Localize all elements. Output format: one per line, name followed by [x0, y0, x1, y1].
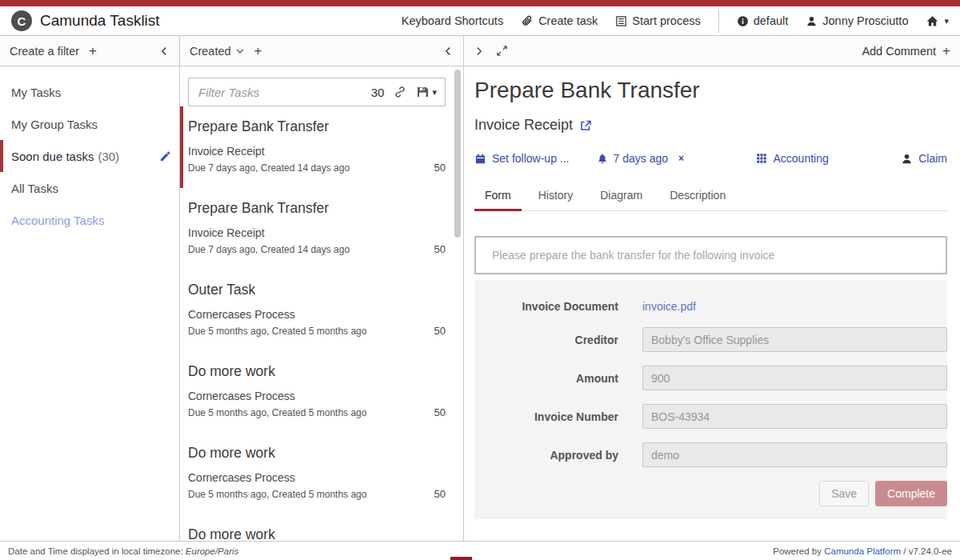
- sidebar-item-all-tasks[interactable]: All Tasks: [0, 172, 179, 204]
- chevron-down-icon: [235, 46, 245, 56]
- info-icon: [737, 15, 749, 27]
- claim-button[interactable]: Claim: [901, 152, 947, 165]
- task-list-scrollbar[interactable]: [454, 68, 461, 539]
- task-detail-title: Prepare Bank Transfer: [474, 78, 947, 103]
- task-list-item[interactable]: Do more work Cornercases Process Due 5 m…: [180, 433, 446, 514]
- creditor-field[interactable]: [642, 327, 947, 352]
- form-row-amount: Amount: [474, 366, 947, 390]
- task-list-column: Created + 30 ▾ Prepare Bank Transfer: [180, 36, 464, 541]
- task-list-item[interactable]: Do more work Cornercases Process Due 5 m…: [180, 351, 446, 433]
- filter-list: My Tasks My Group Tasks Soon due tasks (…: [0, 66, 179, 236]
- create-filter-label: Create a filter: [10, 45, 79, 58]
- sidebar-item-accounting-tasks[interactable]: Accounting Tasks: [0, 204, 179, 236]
- camunda-tasklist-app: C Camunda Tasklist Keyboard Shortcuts Cr…: [0, 0, 960, 560]
- keyboard-shortcuts-link[interactable]: Keyboard Shortcuts: [402, 14, 503, 27]
- filter-label: My Group Tasks: [11, 118, 98, 131]
- invoice-number-field[interactable]: [642, 404, 947, 429]
- add-comment-button[interactable]: Add Comment +: [862, 43, 950, 59]
- group-label: Accounting: [773, 152, 828, 165]
- task-title: Do more work: [188, 363, 446, 380]
- sidebar-item-my-tasks[interactable]: My Tasks: [0, 76, 179, 108]
- timezone-info: Date and Time displayed in local timezon…: [8, 546, 238, 556]
- external-link-icon[interactable]: [579, 119, 592, 132]
- timezone-prefix: Date and Time displayed in local timezon…: [8, 546, 186, 556]
- remove-followup-icon[interactable]: ×: [678, 153, 684, 164]
- paperclip-icon: [521, 14, 534, 27]
- task-list-item[interactable]: Prepare Bank Transfer Invoice Receipt Du…: [180, 106, 446, 188]
- user-menu[interactable]: Jonny Prosciutto: [806, 14, 908, 27]
- task-list-toolbar: Created +: [180, 36, 463, 66]
- tab-history[interactable]: History: [528, 182, 584, 211]
- engine-selector[interactable]: default: [737, 14, 789, 27]
- task-dates: Due 5 months ago, Created 5 months ago: [188, 407, 366, 418]
- task-count-badge: 30: [371, 86, 385, 99]
- camunda-platform-link[interactable]: Camunda Platform: [824, 546, 901, 556]
- task-list-item[interactable]: Outer Task Cornercases Process Due 5 mon…: [180, 270, 446, 351]
- process-name-label: Invoice Receipt: [474, 117, 573, 134]
- home-icon: [926, 14, 939, 28]
- tab-form[interactable]: Form: [474, 182, 522, 211]
- keyboard-shortcuts-label: Keyboard Shortcuts: [402, 14, 503, 27]
- claim-label: Claim: [918, 152, 947, 165]
- edit-filter-pencil-icon[interactable]: [159, 150, 171, 162]
- collapse-task-list-icon[interactable]: [442, 46, 454, 57]
- create-filter-button[interactable]: +: [89, 43, 97, 59]
- task-process-name: Invoice Receipt: [188, 145, 446, 158]
- start-process-button[interactable]: Start process: [615, 14, 700, 27]
- task-process-name: Invoice Receipt: [188, 226, 446, 239]
- scrollbar-thumb[interactable]: [454, 70, 461, 238]
- home-menu[interactable]: ▾: [926, 14, 949, 28]
- form-row-approved-by: Approved by: [474, 442, 947, 467]
- header-divider: [718, 10, 719, 33]
- filter-tools: ▾: [394, 86, 437, 98]
- invoice-pdf-link[interactable]: invoice.pdf: [642, 300, 696, 313]
- task-list-item[interactable]: Do more work: [180, 514, 446, 541]
- create-task-button[interactable]: Create task: [521, 14, 598, 27]
- sort-by-created[interactable]: Created: [190, 45, 245, 58]
- task-dates: Due 7 days ago, Created 14 days ago: [188, 244, 350, 255]
- plus-icon: +: [942, 43, 950, 59]
- set-followup-button[interactable]: Set follow-up ...: [474, 152, 570, 165]
- camunda-logo-icon: C: [11, 10, 32, 31]
- filter-tasks-input[interactable]: [198, 86, 371, 99]
- filters-sidebar: Create a filter + My Tasks My Group Task…: [0, 36, 180, 541]
- field-label: Creditor: [474, 334, 618, 346]
- brand-top-bar: [0, 0, 960, 6]
- timezone-value: Europe/Paris: [186, 546, 238, 556]
- complete-button[interactable]: Complete: [875, 481, 947, 506]
- save-button[interactable]: Save: [819, 481, 869, 506]
- sidebar-item-soon-due-tasks[interactable]: Soon due tasks (30): [0, 140, 179, 172]
- filter-label: All Tasks: [11, 182, 58, 195]
- form-row-invoice-number: Invoice Number: [474, 404, 947, 429]
- save-filter-icon[interactable]: ▾: [416, 86, 437, 98]
- collapse-sidebar-icon[interactable]: [158, 46, 170, 57]
- task-title: Outer Task: [188, 282, 446, 298]
- amount-field[interactable]: [642, 366, 947, 390]
- tab-diagram[interactable]: Diagram: [590, 182, 653, 211]
- due-date-button[interactable]: 7 days ago ×: [597, 152, 685, 165]
- group-button[interactable]: Accounting: [756, 152, 828, 165]
- add-sort-button[interactable]: +: [254, 43, 262, 59]
- task-dates: Due 5 months ago, Created 5 months ago: [188, 326, 366, 337]
- form-buttons: Save Complete: [474, 481, 947, 506]
- task-title: Prepare Bank Transfer: [188, 200, 446, 217]
- groups-grid-icon: [756, 153, 767, 164]
- field-label: Approved by: [474, 449, 618, 462]
- app-header: C Camunda Tasklist Keyboard Shortcuts Cr…: [0, 6, 960, 36]
- approved-by-field[interactable]: [642, 442, 947, 467]
- user-name-label: Jonny Prosciutto: [822, 14, 908, 27]
- process-list-icon: [615, 15, 627, 27]
- add-comment-label: Add Comment: [862, 45, 936, 58]
- tab-description[interactable]: Description: [659, 182, 736, 211]
- filter-count: (30): [98, 150, 119, 163]
- task-process-name: Cornercases Process: [188, 390, 446, 402]
- expand-fullscreen-icon[interactable]: [496, 45, 508, 57]
- task-priority: 50: [434, 162, 446, 174]
- copy-link-icon[interactable]: [394, 86, 406, 98]
- collapse-detail-icon[interactable]: [474, 46, 485, 57]
- task-list-item[interactable]: Prepare Bank Transfer Invoice Receipt Du…: [180, 188, 446, 270]
- engine-label: default: [754, 14, 789, 27]
- sidebar-item-my-group-tasks[interactable]: My Group Tasks: [0, 108, 179, 140]
- task-form: Invoice Document invoice.pdf Creditor Am…: [474, 280, 947, 519]
- task-dates: Due 7 days ago, Created 14 days ago: [188, 162, 350, 174]
